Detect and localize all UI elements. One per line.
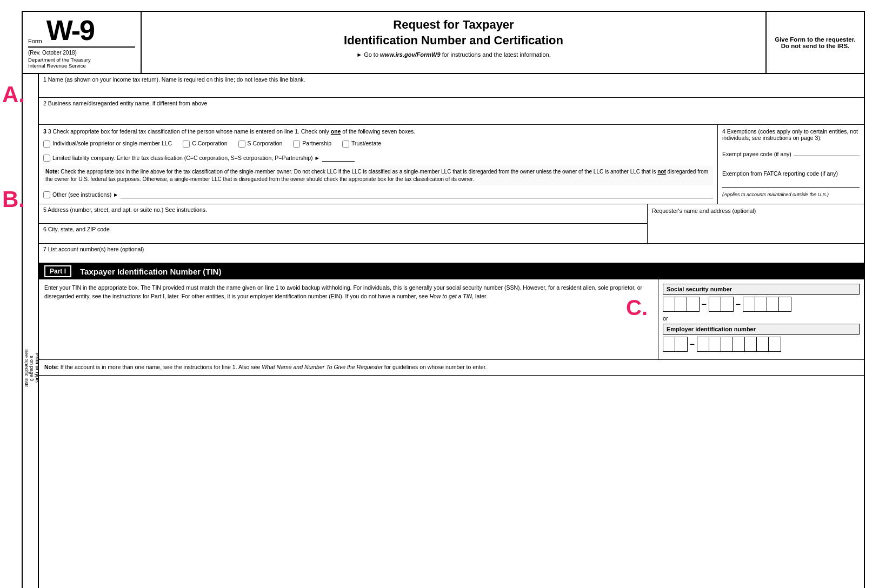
line-3-label: 3 3 Check appropriate box for federal ta… <box>43 128 713 135</box>
ssn-box-2 <box>709 297 734 312</box>
ein-box-2 <box>697 337 781 352</box>
part-1-right: C. Social security number – <box>658 279 864 359</box>
checkbox-s-corp-input[interactable] <box>238 141 245 148</box>
checkbox-c-corp-input[interactable] <box>183 141 190 148</box>
ssn-cell-4[interactable] <box>709 297 721 311</box>
ssn-box-1 <box>663 297 700 312</box>
line-5: 5 Address (number, street, and apt. or s… <box>39 204 647 224</box>
main-content: 1 Name (as shown on your income tax retu… <box>39 74 864 588</box>
ssn-label: Social security number <box>663 284 860 295</box>
annotation-c: C. <box>626 296 648 320</box>
ein-cell-2[interactable] <box>675 337 687 351</box>
exempt-payee-input[interactable] <box>794 149 860 156</box>
ssn-cell-2[interactable] <box>675 297 687 311</box>
sidebar: See Specific Instr s on page 3 Print or … <box>23 74 39 588</box>
other-input[interactable] <box>121 191 713 198</box>
ein-cell-4[interactable] <box>709 337 721 351</box>
form-goto-url: www.irs.gov/FormW9 <box>380 51 440 58</box>
ssn-cell-8[interactable] <box>767 297 779 311</box>
form-number: W-9 <box>46 16 94 44</box>
line-7-box: 7 List account number(s) here (optional) <box>39 244 864 263</box>
col-4: 4 Exemptions (codes apply only to certai… <box>718 125 864 204</box>
line-1-label: 1 Name (as shown on your income tax retu… <box>43 76 860 83</box>
part-1-label: Part I <box>44 265 71 277</box>
fatca-line: Exemption from FATCA reporting code (if … <box>722 170 860 177</box>
ein-cell-5[interactable] <box>721 337 733 351</box>
line-4-label: 4 Exemptions (codes apply only to certai… <box>722 128 860 141</box>
form-header: Form W-9 (Rev. October 2018) Department … <box>23 12 864 74</box>
checkboxes-row-1: Individual/sole proprietor or single-mem… <box>43 140 713 148</box>
checkbox-partnership: Partnership <box>293 140 331 148</box>
ein-label: Employer identification number <box>663 324 860 335</box>
address-section: 5 Address (number, street, and apt. or s… <box>39 204 864 244</box>
ssn-cell-1[interactable] <box>663 297 675 311</box>
part-1-left: Enter your TIN in the appropriate box. T… <box>39 279 658 359</box>
ein-cell-9[interactable] <box>769 337 781 351</box>
ein-cell-1[interactable] <box>663 337 675 351</box>
header-left: Form W-9 (Rev. October 2018) Department … <box>23 12 142 73</box>
ein-boxes: – <box>663 337 860 352</box>
part-1-title: Taxpayer Identification Number (TIN) <box>80 267 221 276</box>
line-7-label: 7 List account number(s) here (optional) <box>43 246 860 252</box>
line-2-box: 2 Business name/disregarded entity name,… <box>39 98 864 125</box>
form-dept1: Department of the Treasury <box>28 57 135 63</box>
form-rev: (Rev. October 2018) <box>28 50 135 56</box>
fatca-input[interactable] <box>722 180 860 188</box>
checkbox-trust-input[interactable] <box>342 141 349 148</box>
checkbox-partnership-input[interactable] <box>293 141 300 148</box>
annotation-b: B. <box>2 186 25 212</box>
ssn-cell-7[interactable] <box>755 297 767 311</box>
ssn-cell-6[interactable] <box>743 297 755 311</box>
checkbox-other-input[interactable] <box>43 191 50 198</box>
ein-cell-7[interactable] <box>745 337 757 351</box>
ssn-cell-9[interactable] <box>779 297 791 311</box>
checkbox-s-corp: S Corporation <box>238 140 283 148</box>
checkbox-llc-input[interactable] <box>43 155 50 162</box>
form-title: Request for Taxpayer Identification Numb… <box>152 17 755 48</box>
checkbox-individual-input[interactable] <box>43 141 50 148</box>
header-right: Give Form to the requester. Do not send … <box>767 12 864 73</box>
checkbox-c-corp: C Corporation <box>183 140 227 148</box>
checkbox-trust: Trust/estate <box>342 140 381 148</box>
other-row: Other (see instructions) ► <box>43 191 713 198</box>
ssn-box-3 <box>743 297 791 312</box>
ein-cell-3[interactable] <box>697 337 709 351</box>
ein-cell-6[interactable] <box>733 337 745 351</box>
ssn-boxes: – – <box>663 297 860 312</box>
form-label: Form <box>28 38 42 44</box>
ein-box-1 <box>663 337 688 352</box>
ssn-dash-2: – <box>736 299 741 309</box>
line-2-label: 2 Business name/disregarded entity name,… <box>43 100 860 106</box>
form-w9: Form W-9 (Rev. October 2018) Department … <box>22 11 865 588</box>
line-1-box: 1 Name (as shown on your income tax retu… <box>39 74 864 98</box>
line-6: 6 City, state, and ZIP code <box>39 224 647 243</box>
requesters-label: Requester's name and address (optional) <box>652 208 860 214</box>
llc-row: Limited liability company. Enter the tax… <box>43 154 713 162</box>
ssn-cell-5[interactable] <box>721 297 733 311</box>
ssn-dash-1: – <box>702 299 707 309</box>
llc-input[interactable] <box>322 154 355 162</box>
checkbox-individual: Individual/sole proprietor or single-mem… <box>43 140 172 148</box>
form-goto: ► Go to www.irs.gov/FormW9 for instructi… <box>152 51 755 58</box>
part-1-body: Enter your TIN in the appropriate box. T… <box>39 279 864 360</box>
sidebar-page: s on page 3 <box>29 355 35 380</box>
col-3: 3 3 Check appropriate box for federal ta… <box>39 125 718 204</box>
ein-dash-1: – <box>690 339 695 349</box>
part-1-note: Note: If the account is in more than one… <box>39 360 864 376</box>
form-dept2: Internal Revenue Service <box>28 63 135 69</box>
note-block: Note: Check the appropriate box in the l… <box>43 166 713 185</box>
ssn-cell-3[interactable] <box>687 297 699 311</box>
part-1-header: Part I Taxpayer Identification Number (T… <box>39 263 864 279</box>
fatca-note: (Applies to accounts maintained outside … <box>722 192 860 197</box>
requesters-section: Requester's name and address (optional) <box>648 204 864 243</box>
header-center: Request for Taxpayer Identification Numb… <box>142 12 767 73</box>
ein-cell-8[interactable] <box>757 337 769 351</box>
sidebar-print: Print or type. <box>35 353 40 383</box>
address-col-left: 5 Address (number, street, and apt. or s… <box>39 204 648 243</box>
sidebar-see: See Specific Instr <box>24 349 29 387</box>
annotation-a: A. <box>2 82 25 108</box>
or-text: or <box>663 315 860 322</box>
row-3-4: 3 3 Check appropriate box for federal ta… <box>39 125 864 204</box>
exempt-payee-line: Exempt payee code (if any) <box>722 149 860 157</box>
